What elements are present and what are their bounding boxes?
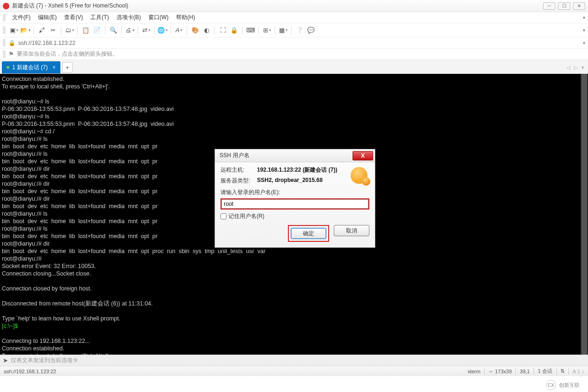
compose-button[interactable]: ⊞ bbox=[262, 26, 272, 35]
new-session-button[interactable]: ▣ bbox=[9, 26, 19, 35]
new-tab-button[interactable]: + bbox=[62, 62, 73, 73]
hint-text: 要添加当前会话，点击左侧的箭头按钮。 bbox=[17, 50, 118, 58]
menu-overflow-icon[interactable]: ▾ bbox=[583, 15, 585, 20]
disconnect-button[interactable]: ✂ bbox=[48, 26, 58, 35]
compose-bar[interactable]: ➤ 仅将文本发送到当前选项卡 bbox=[0, 355, 588, 366]
app-icon bbox=[3, 3, 9, 9]
open-session-button[interactable]: 📂 bbox=[21, 26, 30, 35]
flag-icon[interactable]: ⚑ bbox=[8, 51, 14, 58]
menu-help[interactable]: 帮助(H) bbox=[172, 14, 199, 22]
menu-tabs[interactable]: 选项卡(B) bbox=[113, 14, 145, 22]
help-button[interactable]: ❔ bbox=[295, 26, 304, 35]
terminal-tail: Connecting to 192.168.1.123:22... Connec… bbox=[2, 338, 110, 355]
window-title: 新建会话 (7) - Xshell 5 (Free for Home/Schoo… bbox=[12, 2, 543, 10]
session-tab[interactable]: 1 新建会话 (7) × bbox=[2, 61, 60, 73]
separator bbox=[242, 26, 243, 35]
fullscreen-button[interactable]: ⛶ bbox=[218, 26, 228, 35]
reconnect-button[interactable]: 🖍 bbox=[37, 26, 46, 35]
menu-file[interactable]: 文件(F) bbox=[8, 14, 34, 22]
paste-button[interactable]: 📄 bbox=[92, 26, 102, 35]
window-titlebar: 新建会话 (7) - Xshell 5 (Free for Home/Schoo… bbox=[0, 0, 588, 12]
terminal-prompt: [c:\~]$ bbox=[2, 323, 18, 329]
status-indicator-icon bbox=[7, 66, 9, 69]
feedback-button[interactable]: 💬 bbox=[306, 26, 316, 35]
menu-view[interactable]: 查看(V) bbox=[60, 14, 87, 22]
theme-button[interactable]: ◐ bbox=[202, 26, 211, 35]
separator bbox=[61, 26, 61, 35]
ok-button[interactable]: 确定 bbox=[291, 228, 326, 239]
grip-icon[interactable] bbox=[3, 39, 6, 47]
separator bbox=[33, 26, 34, 35]
remember-username-checkbox[interactable]: 记住用户名(R) bbox=[220, 212, 369, 220]
maximize-button[interactable]: ☐ bbox=[558, 2, 570, 10]
menu-window[interactable]: 窗口(W) bbox=[145, 14, 172, 22]
watermark-logo-icon: CX bbox=[546, 380, 556, 390]
menu-bar: 文件(F) 编辑(E) 查看(V) 工具(T) 选项卡(B) 窗口(W) 帮助(… bbox=[0, 12, 588, 23]
color-button[interactable]: 🎨 bbox=[191, 26, 200, 35]
cancel-button[interactable]: 取消 bbox=[334, 225, 369, 236]
remote-host-value: 192.168.1.123:22 (新建会话 (7)) bbox=[257, 166, 337, 174]
copy-button[interactable]: 📋 bbox=[81, 26, 90, 35]
menu-edit[interactable]: 编辑(E) bbox=[34, 14, 60, 22]
ok-button-highlight: 确定 bbox=[288, 225, 329, 242]
tab-strip: 1 新建会话 (7) × + ◁ ▷ ▾ bbox=[0, 60, 588, 74]
separator bbox=[291, 26, 292, 35]
separator bbox=[170, 26, 171, 35]
tab-prev-button[interactable]: ◁ bbox=[566, 65, 571, 71]
lock-icon: 🔒 bbox=[8, 40, 15, 46]
compose-placeholder: 仅将文本发送到当前选项卡 bbox=[11, 356, 78, 364]
scrollbar-thumb[interactable] bbox=[581, 74, 587, 355]
server-type-label: 服务器类型: bbox=[220, 177, 257, 185]
lock-button[interactable]: 🔒 bbox=[229, 26, 239, 35]
keyboard-button[interactable]: ⌨ bbox=[246, 26, 255, 35]
status-cap-icon: A bbox=[573, 369, 576, 374]
grip-icon[interactable] bbox=[3, 14, 6, 22]
hint-bar: ⚑ 要添加当前会话，点击左侧的箭头按钮。 bbox=[0, 49, 588, 60]
tab-list-button[interactable]: ▾ bbox=[581, 65, 585, 71]
username-input[interactable] bbox=[221, 199, 368, 209]
watermark: CX 创新互联 bbox=[546, 380, 580, 390]
status-size-icon: ↔ bbox=[488, 369, 493, 374]
status-sessions: 1 会话 bbox=[538, 368, 552, 375]
address-dropdown-icon[interactable]: ▾ bbox=[583, 40, 585, 45]
find-button[interactable]: 🔍 bbox=[109, 26, 118, 35]
status-transfer-icon: ⇅ bbox=[560, 368, 565, 374]
properties-button[interactable]: 🗂 bbox=[65, 26, 74, 35]
dialog-titlebar[interactable]: SSH 用户名 X bbox=[215, 149, 375, 162]
print-button[interactable]: 🖨 bbox=[125, 26, 134, 35]
separator bbox=[258, 26, 259, 35]
address-bar: 🔒 ssh://192.168.1.123:22 ▾ bbox=[0, 37, 588, 49]
separator bbox=[105, 26, 105, 35]
status-scroll-icon: ↕ bbox=[582, 369, 585, 374]
send-icon[interactable]: ➤ bbox=[3, 357, 8, 364]
separator bbox=[77, 26, 78, 35]
layout-button[interactable]: ▦ bbox=[279, 26, 288, 35]
separator bbox=[121, 26, 122, 35]
server-type-value: SSH2, dropbear_2015.68 bbox=[257, 177, 323, 185]
globe-button[interactable]: 🌐 bbox=[158, 26, 167, 35]
separator bbox=[138, 26, 138, 35]
watermark-text: 创新互联 bbox=[559, 382, 580, 389]
dialog-title: SSH 用户名 bbox=[220, 152, 250, 160]
status-position: 39,1 bbox=[520, 369, 529, 374]
dialog-close-button[interactable]: X bbox=[353, 151, 373, 160]
grip-icon[interactable] bbox=[3, 27, 6, 34]
menu-tools[interactable]: 工具(T) bbox=[87, 14, 112, 22]
remember-checkbox[interactable] bbox=[220, 213, 227, 219]
tab-nav: ◁ ▷ ▾ bbox=[566, 65, 585, 71]
tab-close-icon[interactable]: × bbox=[52, 64, 56, 71]
font-button[interactable]: A bbox=[174, 26, 184, 35]
grip-icon[interactable] bbox=[3, 51, 6, 58]
terminal-scrollbar[interactable] bbox=[581, 74, 588, 355]
address-text[interactable]: ssh://192.168.1.123:22 bbox=[18, 40, 75, 46]
transfer-button[interactable]: ⇄ bbox=[141, 26, 151, 35]
status-num-icon: 1 bbox=[577, 369, 580, 374]
tab-label: 1 新建会话 (7) bbox=[12, 64, 48, 72]
tab-next-button[interactable]: ▷ bbox=[573, 65, 579, 71]
username-input-highlight bbox=[220, 198, 369, 210]
toolbar-overflow-icon[interactable]: ▾ bbox=[583, 28, 585, 33]
minimize-button[interactable]: ─ bbox=[543, 2, 555, 10]
remote-host-label: 远程主机: bbox=[220, 166, 257, 174]
close-button[interactable]: ✕ bbox=[573, 2, 585, 10]
main-toolbar: ▣ 📂 🖍 ✂ 🗂 📋 📄 🔍 🖨 ⇄ 🌐 A 🎨 ◐ ⛶ 🔒 ⌨ ⊞ ▦ ❔ … bbox=[0, 23, 588, 37]
